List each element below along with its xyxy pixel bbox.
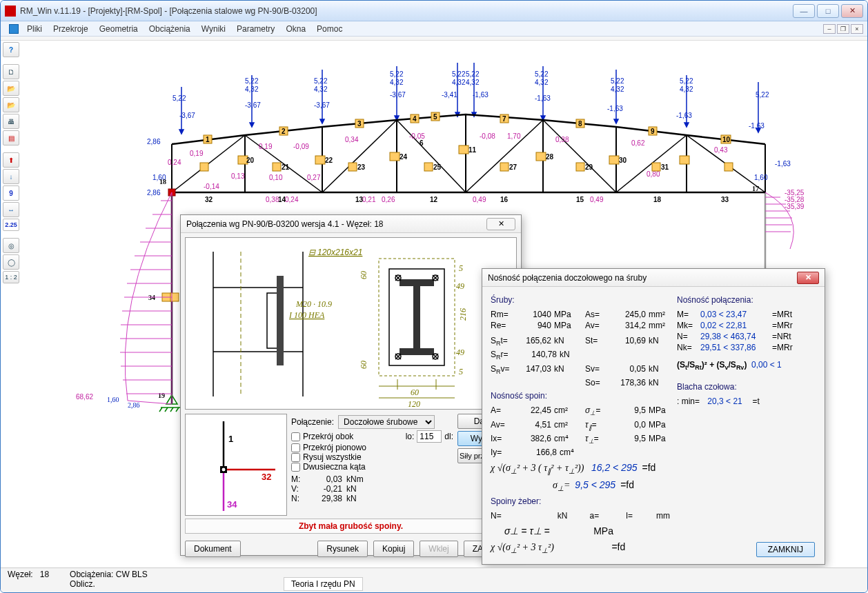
svg-text:20: 20 bbox=[246, 157, 255, 164]
open-folder-2-icon[interactable]: 📂 bbox=[3, 97, 19, 112]
dialog1-title-text: Połączenia wg PN-90/B-03200 wersja 4.1 -… bbox=[186, 219, 383, 229]
svg-text:3: 3 bbox=[357, 120, 362, 128]
svg-text:0,19: 0,19 bbox=[190, 150, 204, 157]
svg-line-149 bbox=[176, 408, 179, 412]
svg-text:21: 21 bbox=[282, 163, 290, 171]
svg-text:1,60: 1,60 bbox=[754, 174, 768, 181]
svg-text:22: 22 bbox=[325, 157, 333, 164]
svg-rect-192 bbox=[413, 286, 420, 348]
svg-rect-101 bbox=[315, 156, 325, 164]
span-width-icon[interactable]: ↔ bbox=[3, 202, 19, 217]
menu-parametry[interactable]: Parametry bbox=[231, 23, 280, 35]
capacity-dialog-title[interactable]: Nośność połączenia doczołowego na śruby … bbox=[482, 269, 825, 287]
menu-obciazenia[interactable]: Obciążenia bbox=[144, 23, 196, 35]
menu-geometria[interactable]: Geometria bbox=[94, 23, 144, 35]
chk-rysuj-wszystkie[interactable] bbox=[291, 453, 300, 462]
svg-text:4,32: 4,32 bbox=[611, 86, 624, 93]
number-button-225[interactable]: 2.25 bbox=[3, 219, 19, 231]
svg-text:4: 4 bbox=[413, 115, 417, 123]
svg-text:25: 25 bbox=[433, 163, 442, 171]
chk-przekroj-obok[interactable] bbox=[291, 432, 300, 441]
new-file-icon[interactable]: 🗋 bbox=[3, 64, 19, 79]
mdi-doc-icon[interactable] bbox=[9, 24, 19, 34]
minimize-button[interactable]: — bbox=[793, 4, 815, 18]
svg-line-148 bbox=[170, 408, 173, 412]
svg-text:0,19: 0,19 bbox=[259, 143, 273, 150]
window-title: RM_Win v.11.19 - [Projekty]-[RM-Spol] - … bbox=[20, 6, 791, 16]
svg-text:30: 30 bbox=[619, 157, 627, 164]
svg-text:60: 60 bbox=[411, 388, 419, 397]
svg-rect-117 bbox=[609, 156, 619, 164]
svg-text:5,22: 5,22 bbox=[314, 77, 328, 85]
kopiuj-button[interactable]: Kopiuj bbox=[373, 541, 414, 557]
menu-wyniki[interactable]: Wyniki bbox=[196, 23, 231, 35]
svg-text:2,86: 2,86 bbox=[147, 189, 161, 197]
mdi-min-button[interactable]: – bbox=[823, 24, 836, 34]
chk-przekroj-pionowo[interactable] bbox=[291, 443, 300, 452]
svg-text:216: 216 bbox=[458, 308, 468, 321]
svg-line-146 bbox=[159, 408, 162, 412]
connection-type-select[interactable]: Doczołowe śrubowe bbox=[338, 415, 435, 429]
svg-text:0,49: 0,49 bbox=[590, 196, 604, 203]
mdi-restore-button[interactable]: ❐ bbox=[837, 24, 849, 34]
svg-text:10: 10 bbox=[722, 136, 731, 143]
blacha-header: Blacha czołowa: bbox=[677, 382, 816, 392]
svg-text:7: 7 bbox=[502, 115, 506, 123]
svg-text:4,32: 4,32 bbox=[452, 79, 466, 86]
svg-text:5: 5 bbox=[433, 113, 437, 121]
connection-dialog: Połączenia wg PN-90/B-03200 wersja 4.1 -… bbox=[180, 214, 522, 556]
chk-dwusieczna[interactable] bbox=[291, 463, 300, 472]
svg-text:15: 15 bbox=[576, 196, 584, 203]
svg-text:M20 · 10.9: M20 · 10.9 bbox=[295, 299, 332, 309]
svg-text:⊟ 120x216x21: ⊟ 120x216x21 bbox=[308, 248, 362, 257]
dialog2-title-text: Nośność połączenia doczołowego na śruby bbox=[488, 273, 647, 283]
svg-text:0,24: 0,24 bbox=[285, 196, 299, 203]
mdi-close-button[interactable]: × bbox=[851, 24, 863, 34]
svg-text:32: 32 bbox=[205, 196, 213, 203]
svg-text:32: 32 bbox=[262, 472, 271, 482]
svg-point-222 bbox=[221, 468, 226, 472]
menubar: Pliki Przekroje Geometria Obciążenia Wyn… bbox=[1, 21, 867, 37]
svg-line-52 bbox=[466, 120, 543, 192]
dialog1-close-icon[interactable]: ✕ bbox=[486, 218, 515, 230]
menu-okna[interactable]: Okna bbox=[280, 23, 311, 35]
close-button[interactable]: ✕ bbox=[841, 4, 863, 18]
rysunek-button[interactable]: Rysunek bbox=[317, 541, 368, 557]
svg-text:60: 60 bbox=[359, 271, 368, 279]
sruby-header: Śruby: bbox=[491, 295, 670, 305]
open-folder-icon[interactable]: 📂 bbox=[3, 81, 19, 96]
left-toolbar: ? 🗋 📂 📂 🖶 ▤ ⬆ ↓ 9 ↔ 2.25 ◎ ◯ 1 : 2 bbox=[3, 42, 22, 283]
svg-text:1,60: 1,60 bbox=[107, 396, 119, 403]
arrow-down-icon[interactable]: ↓ bbox=[3, 169, 19, 184]
print-icon[interactable]: 🖶 bbox=[3, 114, 19, 129]
svg-text:4,32: 4,32 bbox=[466, 79, 480, 86]
svg-text:4,32: 4,32 bbox=[314, 86, 328, 93]
dialog2-zamknij-button[interactable]: ZAMKNIJ bbox=[756, 542, 815, 557]
dokument-button[interactable]: Dokument bbox=[185, 541, 241, 557]
svg-rect-98 bbox=[200, 163, 208, 171]
connection-drawing: ⊟ 120x216x21 M20 · 10.9 I 100 HEA bbox=[185, 237, 517, 410]
svg-text:2: 2 bbox=[282, 128, 286, 135]
zoom-ratio-button[interactable]: 1 : 2 bbox=[3, 271, 19, 283]
connection-dialog-title[interactable]: Połączenia wg PN-90/B-03200 wersja 4.1 -… bbox=[181, 215, 521, 233]
svg-text:I 100 HEA: I 100 HEA bbox=[288, 310, 325, 320]
warning-message: Zbyt mała grubość spoiny. bbox=[185, 519, 517, 534]
maximize-button[interactable]: □ bbox=[817, 4, 839, 18]
svg-text:0,27: 0,27 bbox=[307, 174, 321, 181]
dialog2-close-icon[interactable]: ✕ bbox=[797, 272, 819, 284]
toolbar-strip bbox=[1, 37, 867, 41]
wklej-button[interactable]: Wklej bbox=[420, 541, 457, 557]
number-button-9[interactable]: 9 bbox=[3, 185, 19, 201]
lo-input[interactable] bbox=[417, 430, 442, 443]
menu-przekroje[interactable]: Przekroje bbox=[48, 23, 94, 35]
ellipse-icon[interactable]: ◯ bbox=[3, 254, 19, 270]
target-icon[interactable]: ◎ bbox=[3, 238, 19, 253]
menu-pomoc[interactable]: Pomoc bbox=[311, 23, 348, 35]
help-icon[interactable]: ? bbox=[3, 42, 19, 57]
svg-text:-0,14: -0,14 bbox=[204, 183, 219, 190]
svg-text:5,22: 5,22 bbox=[611, 77, 624, 85]
export-icon[interactable]: ▤ bbox=[3, 130, 19, 145]
load-tool-icon[interactable]: ⬆ bbox=[3, 152, 19, 168]
svg-text:1: 1 bbox=[228, 434, 233, 444]
menu-pliki[interactable]: Pliki bbox=[21, 23, 48, 35]
